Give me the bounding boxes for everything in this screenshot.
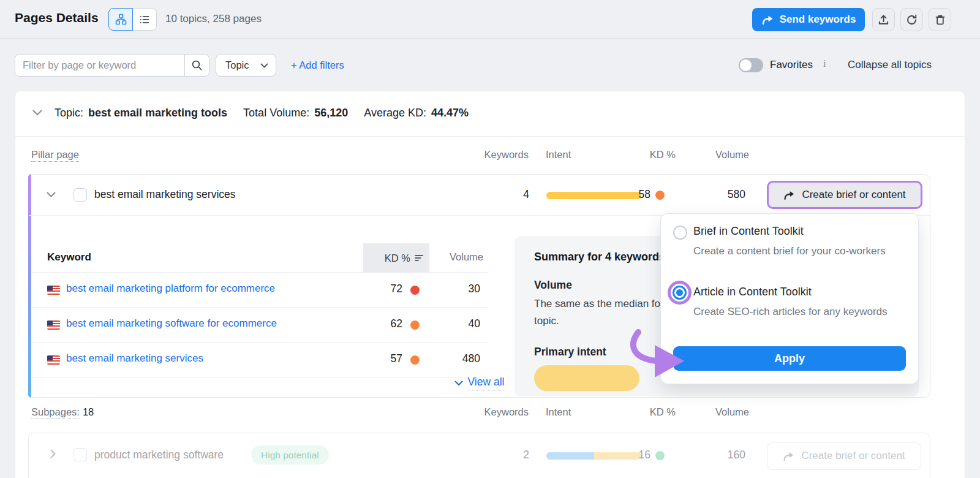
kd-sort-header[interactable]: KD %	[363, 243, 429, 273]
filter-input-group	[15, 54, 209, 77]
create-brief-label: Create brief or content	[801, 450, 905, 462]
keyword-table-header: Keyword KD % Volume	[32, 243, 488, 273]
apply-button[interactable]: Apply	[673, 346, 906, 371]
collapse-all-topics-link[interactable]: Collapse all topics	[848, 59, 932, 71]
keyword-kd-value: 57	[341, 352, 402, 365]
row-collapse-chevron-icon[interactable]	[47, 192, 56, 197]
keyword-link[interactable]: best email marketing services	[66, 352, 203, 365]
subpage-row-checkbox[interactable]	[74, 448, 87, 461]
article-option-radio-highlight[interactable]	[668, 281, 692, 305]
pillar-row-checkbox[interactable]	[74, 188, 87, 202]
radio-outer-ring	[671, 284, 688, 302]
topic-collapse-chevron-icon[interactable]	[32, 110, 42, 116]
column-header-pillar-page[interactable]: Pillar page	[31, 149, 79, 161]
add-filters-link[interactable]: + Add filters	[291, 59, 344, 71]
list-icon	[139, 14, 150, 25]
keyword-row[interactable]: best email marketing services 57 480	[32, 343, 488, 377]
topic-label: Topic:	[55, 107, 83, 120]
article-option-label[interactable]: Article in Content Toolkit	[693, 286, 812, 298]
pillar-page-title: best email marketing services	[94, 188, 236, 201]
chevron-down-icon	[454, 381, 463, 386]
view-all-label: View all	[468, 376, 505, 390]
topic-filter-dropdown[interactable]: Topic	[216, 54, 276, 77]
pillar-keywords-count: 4	[468, 188, 529, 201]
info-icon[interactable]: i	[823, 58, 826, 69]
subpage-row-card[interactable]: product marketing software High potentia…	[28, 433, 930, 478]
tree-view-button[interactable]	[108, 8, 133, 31]
favorites-label: Favorites	[770, 59, 813, 71]
send-arrow-icon	[761, 15, 774, 25]
column-header-volume: Volume	[688, 406, 749, 418]
subpages-label[interactable]: Subpages:	[31, 406, 80, 419]
keyword-row[interactable]: best email marketing software for ecomme…	[32, 308, 488, 343]
subpages-heading: Subpages:18	[31, 406, 94, 418]
pillar-volume-value: 580	[684, 188, 745, 201]
column-header-intent: Intent	[546, 406, 571, 418]
row-expand-chevron-icon[interactable]	[50, 449, 56, 458]
list-view-button[interactable]	[132, 8, 157, 31]
subpage-volume-value: 160	[684, 449, 745, 461]
filter-search-input[interactable]	[15, 55, 184, 76]
subpage-title: product marketing software	[94, 449, 224, 461]
keyword-volume-value: 480	[419, 352, 480, 365]
pillar-kd-value: 58	[589, 188, 650, 201]
column-header-keywords[interactable]: Keywords	[438, 149, 529, 161]
intent-segment-informational	[546, 452, 594, 460]
kd-difficulty-dot	[655, 191, 665, 200]
total-volume-label: Total Volume:	[243, 107, 309, 120]
column-header-intent[interactable]: Intent	[546, 149, 571, 161]
top-bar: Pages Details	[0, 0, 980, 39]
topic-filter-label: Topic	[225, 59, 249, 71]
redo-arrow-icon	[783, 190, 796, 200]
brief-option-label[interactable]: Brief in Content Toolkit	[693, 225, 804, 238]
refresh-button[interactable]	[900, 8, 923, 31]
upload-icon	[878, 14, 889, 26]
sitemap-icon	[115, 13, 127, 25]
subpage-kd-value: 16	[589, 449, 650, 461]
keyword-link[interactable]: best email marketing platform for ecomme…	[66, 283, 275, 295]
topic-name: best email marketing tools	[88, 107, 227, 120]
total-volume-value: 56,120	[314, 107, 348, 120]
pages-details-screen: Pages Details	[0, 0, 980, 478]
search-icon	[191, 59, 203, 71]
pillar-page-row[interactable]: best email marketing services 4 58 580 C…	[29, 175, 930, 216]
trash-icon	[935, 14, 946, 26]
brief-option-radio[interactable]	[673, 226, 687, 240]
keyword-kd-value: 62	[341, 317, 402, 330]
redo-arrow-icon	[783, 451, 795, 461]
summary-volume-heading: Volume	[534, 279, 572, 292]
keyword-row[interactable]: best email marketing platform for ecomme…	[32, 273, 488, 308]
column-header-volume[interactable]: Volume	[688, 149, 749, 161]
article-option-description: Create SEO-rich articles for any keyword…	[693, 304, 907, 320]
send-keywords-label: Send keywords	[780, 13, 856, 26]
keyword-volume-value: 30	[419, 283, 480, 295]
view-toggle	[108, 8, 157, 31]
delete-button[interactable]	[929, 8, 951, 31]
create-content-popup: Brief in Content Toolkit Create a conten…	[660, 213, 919, 384]
export-button[interactable]	[872, 8, 895, 31]
create-brief-label: Create brief or content	[802, 189, 905, 201]
brief-option-description: Create a content brief for your co-worke…	[693, 243, 907, 259]
topic-header-row[interactable]: Topic: best email marketing tools Total …	[15, 91, 965, 137]
search-button[interactable]	[184, 55, 209, 76]
summary-primary-intent-heading: Primary intent	[534, 346, 606, 358]
average-kd-value: 44.47%	[431, 107, 469, 120]
refresh-icon	[906, 14, 918, 26]
keyword-link[interactable]: best email marketing software for ecomme…	[66, 317, 277, 330]
send-keywords-button[interactable]: Send keywords	[752, 8, 865, 31]
kd-difficulty-dot	[410, 355, 420, 365]
volume-column-header: Volume	[422, 251, 483, 263]
kd-difficulty-dot	[655, 451, 665, 460]
us-flag-icon	[47, 321, 60, 330]
kd-difficulty-dot	[410, 286, 420, 295]
keyword-volume-value: 40	[419, 317, 480, 330]
kd-header-label: KD %	[385, 252, 410, 264]
favorites-toggle[interactable]	[739, 58, 763, 72]
create-brief-or-content-button[interactable]: Create brief or content	[767, 442, 921, 470]
column-header-kd[interactable]: KD %	[620, 149, 676, 161]
column-header-keywords: Keywords	[438, 406, 529, 418]
subpage-keywords-count: 2	[468, 449, 529, 461]
topic-summary-line: Topic: best email marketing tools Total …	[55, 107, 469, 120]
create-brief-or-content-button[interactable]: Create brief or content	[767, 181, 922, 209]
us-flag-icon	[47, 286, 60, 295]
